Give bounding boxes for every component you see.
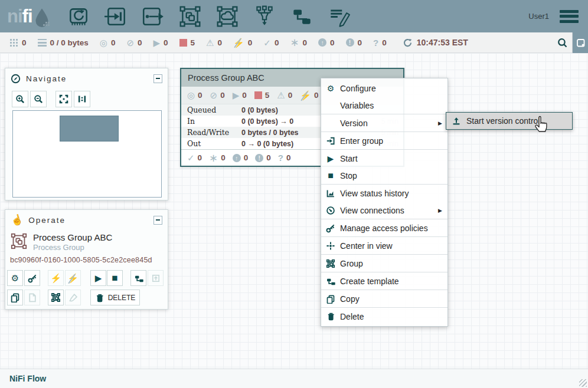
breadcrumb-root[interactable]: NiFi Flow <box>9 374 46 383</box>
menu-item-create-template[interactable]: Create template <box>321 272 447 290</box>
invalid-icon: ⚠ <box>206 38 214 47</box>
disabled-icon: ⚡ <box>233 38 244 47</box>
processor-icon[interactable] <box>67 5 90 28</box>
output-port-icon[interactable] <box>141 5 165 28</box>
menu-item-version[interactable]: Version ▶ <box>321 114 447 131</box>
up-to-date-counter: ✓ 0 <box>263 38 279 47</box>
label-icon[interactable] <box>327 5 351 28</box>
locally-modified-stale-icon: ! <box>255 154 263 162</box>
queued-icon <box>38 39 47 47</box>
active-threads-counter: 0 <box>9 38 27 47</box>
menu-item-stop[interactable]: ■ Stop <box>321 167 447 184</box>
birdseye-minimap[interactable] <box>12 110 162 198</box>
running-icon: ▶ <box>233 91 240 100</box>
zoom-actual-button[interactable] <box>74 91 90 107</box>
connections-icon <box>326 206 335 215</box>
input-port-icon[interactable] <box>104 5 128 28</box>
delete-button[interactable]: DELETE <box>90 290 140 305</box>
copy-icon <box>326 294 335 304</box>
resize-grip[interactable] <box>579 379 587 387</box>
last-refresh-time: 10:47:53 EST <box>417 38 468 47</box>
trash-icon <box>95 293 104 302</box>
stop-button[interactable]: ■ <box>107 270 123 286</box>
panel-toggle-button[interactable] <box>572 32 588 53</box>
menu-item-delete[interactable]: Delete <box>321 308 447 325</box>
sync-failure-icon: ? <box>278 153 283 162</box>
menu-item-enter-group[interactable]: Enter group <box>321 132 447 149</box>
refresh-icon[interactable] <box>403 38 413 48</box>
logo-text-fi: fi <box>22 2 32 31</box>
selected-component-id: bc90960f-0160-1000-5805-5c2e2cee845d <box>5 252 168 264</box>
menu-item-view-connections[interactable]: View connections ▶ <box>321 202 447 219</box>
collapse-navigate-button[interactable] <box>153 74 162 83</box>
upload-template-button[interactable] <box>148 270 164 286</box>
menu-item-start[interactable]: ▶ Start <box>321 150 447 167</box>
up-to-date-icon: ✓ <box>263 38 271 47</box>
stopped-counter: 5 <box>179 38 195 47</box>
locally-modified-icon: ∗ <box>290 37 299 48</box>
brush-icon <box>68 293 78 302</box>
template-icon[interactable] <box>290 5 313 28</box>
menu-item-copy[interactable]: Copy <box>321 290 447 307</box>
stopped-icon <box>179 39 187 47</box>
zoom-out-button[interactable] <box>30 91 47 107</box>
paste-button[interactable] <box>24 290 40 305</box>
configure-button[interactable]: ⚙ <box>7 270 23 286</box>
transmitting-icon: ◎ <box>187 91 195 100</box>
group-icon <box>51 292 61 302</box>
zoom-in-button[interactable] <box>12 91 28 107</box>
disabled-icon: ⚡ <box>300 91 311 100</box>
fill-color-button[interactable] <box>65 290 81 305</box>
menu-item-view-status-history[interactable]: View status history <box>321 185 447 202</box>
funnel-icon[interactable] <box>253 5 276 28</box>
menu-item-group[interactable]: Group <box>321 255 447 272</box>
menu-item-start-version-control[interactable]: Start version control <box>446 112 573 130</box>
menu-item-variables[interactable]: Variables <box>321 97 447 114</box>
locally-modified-stale-icon: ! <box>346 38 354 47</box>
minimap-component-rect[interactable] <box>60 116 119 142</box>
copy-icon <box>10 292 20 302</box>
play-icon: ▶ <box>95 274 102 282</box>
locally-modified-icon: ∗ <box>209 153 218 163</box>
start-button[interactable]: ▶ <box>90 270 106 286</box>
search-button[interactable] <box>552 38 572 48</box>
menu-item-manage-access-policies[interactable]: Manage access policies <box>321 219 447 236</box>
navigate-panel-title: Navigate <box>26 74 67 83</box>
status-bar: 0 0 / 0 bytes ◎ 0 ⊘ 0 ▶ 0 5 ⚠ 0 ⚡ 0 ✓ 0 … <box>0 32 588 53</box>
group-button[interactable] <box>48 290 64 305</box>
stop-icon: ■ <box>112 273 117 283</box>
zoom-in-icon <box>15 94 25 104</box>
not-transmitting-counter: ⊘ 0 <box>126 38 142 47</box>
panel-toggle-icon <box>576 38 586 48</box>
queued-counter: 0 / 0 bytes <box>38 38 89 47</box>
global-menu-button[interactable] <box>560 10 579 23</box>
process-group-name: Process Group ABC <box>188 73 264 83</box>
zoom-fit-button[interactable] <box>55 91 72 107</box>
invalid-icon: ⚠ <box>277 91 285 100</box>
stopped-icon <box>254 91 262 99</box>
collapse-operate-button[interactable] <box>153 216 162 225</box>
menu-item-configure[interactable]: ⚙ Configure <box>321 80 447 97</box>
gear-icon: ⚙ <box>326 84 335 93</box>
chart-icon <box>326 189 335 198</box>
app-header: nifi User1 <box>0 0 588 32</box>
upload-icon <box>452 116 461 126</box>
gear-icon: ⚙ <box>11 274 19 282</box>
process-group-icon[interactable] <box>178 5 202 28</box>
copy-button[interactable] <box>7 290 23 305</box>
nifi-logo: nifi <box>7 2 50 31</box>
current-user[interactable]: User1 <box>528 12 549 21</box>
enable-button[interactable]: ⚡ <box>48 270 64 286</box>
mouse-cursor-hand <box>533 116 548 132</box>
group-icon <box>326 259 335 268</box>
navigate-panel: Navigate <box>5 68 168 200</box>
remote-process-group-icon[interactable] <box>215 5 239 28</box>
access-policies-button[interactable] <box>24 270 40 286</box>
create-template-button[interactable] <box>130 270 146 286</box>
stale-icon: ↑ <box>233 154 241 162</box>
disable-button[interactable]: ⚡ <box>65 270 81 286</box>
menu-item-center-in-view[interactable]: Center in view <box>321 237 447 254</box>
sync-failure-counter: ? 0 <box>373 38 387 47</box>
bolt-icon: ⚡ <box>50 274 61 282</box>
zoom-out-icon <box>34 94 43 104</box>
